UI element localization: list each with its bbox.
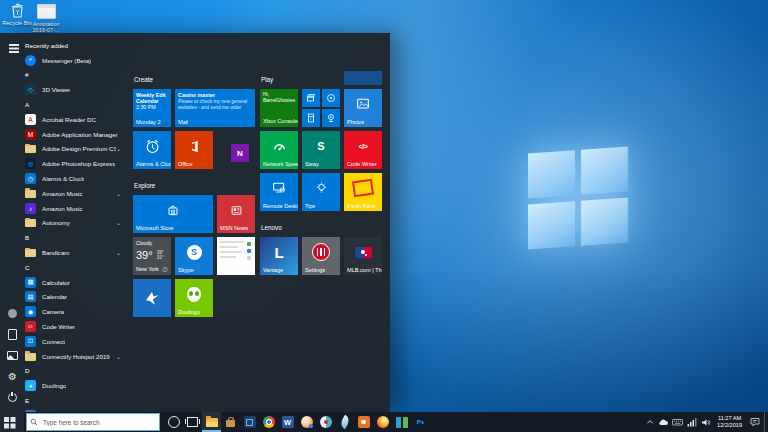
tile-webcam-small[interactable] xyxy=(322,109,340,127)
app-list-item[interactable]: ⊡Connect xyxy=(23,334,128,349)
app-list-section-header[interactable]: D xyxy=(23,364,128,379)
app-list-item[interactable]: AAcrobat Reader DC xyxy=(23,112,128,127)
app-list-section-header[interactable]: A xyxy=(23,97,128,112)
tile-calculator-small[interactable] xyxy=(302,109,320,127)
tile-office[interactable]: Office xyxy=(175,131,213,169)
tile-mail[interactable]: Casino master Please or check my new gen… xyxy=(175,89,255,127)
tile-photos-live[interactable] xyxy=(217,237,255,275)
app-list-item[interactable]: MAdobe Application Manager xyxy=(23,127,128,142)
app-list-item[interactable]: Adobe Design Premium CS5.5⌄ xyxy=(23,142,128,157)
weather-temp: 39° xyxy=(136,249,153,261)
app-list-section-header[interactable]: C xyxy=(23,260,128,275)
desktop-icon-recycle-bin[interactable]: Recycle Bin xyxy=(2,3,32,26)
tile-bird-app[interactable] xyxy=(133,279,171,317)
firefox-icon[interactable] xyxy=(373,412,392,432)
tile-microsoft-store[interactable]: Microsoft Store xyxy=(133,195,213,233)
volume-icon[interactable] xyxy=(699,412,712,432)
tile-code-writer[interactable]: </> Code Writer xyxy=(344,131,382,169)
tile-remote-desktop[interactable]: Remote Deskt... xyxy=(260,173,298,211)
tile-xbox-console[interactable]: Hi, BarrelGhostee Xbox Console... xyxy=(260,89,298,127)
tile-disc-small[interactable] xyxy=(322,89,340,107)
app-list-item[interactable]: ◷Alarms & Clock xyxy=(23,171,128,186)
feather-app-icon[interactable] xyxy=(335,412,354,432)
paint3d-icon[interactable] xyxy=(297,412,316,432)
desktop-icon-annotation[interactable]: Annotation 2019-07-... xyxy=(31,4,61,34)
settings-gear-icon[interactable]: ⚙ xyxy=(6,370,19,383)
app-list-section-header[interactable]: # xyxy=(23,68,128,83)
tile-weather[interactable]: Cloudy 39° 39°31° New York ⓘ xyxy=(133,237,171,275)
tile-skype[interactable]: S Skype xyxy=(175,237,213,275)
app-list-item[interactable]: ◕Duolingo xyxy=(23,378,128,393)
tile-tips[interactable]: Tips xyxy=(302,173,340,211)
app-list-item[interactable]: ◇3D Viewer xyxy=(23,82,128,97)
chevron-expand-icon[interactable]: ⌄ xyxy=(116,219,128,226)
word-icon[interactable]: W xyxy=(278,412,297,432)
app-list-item[interactable]: ◉Camera xyxy=(23,304,128,319)
app-list-item[interactable]: ▦Calculator xyxy=(23,275,128,290)
show-hidden-icons-chevron[interactable] xyxy=(643,412,656,432)
teal-app-icon[interactable] xyxy=(392,412,411,432)
app-list-item[interactable]: ‹›Code Writer xyxy=(23,319,128,334)
search-input[interactable] xyxy=(41,418,156,427)
tile-network-speed[interactable]: Network Spee... xyxy=(260,131,298,169)
chevron-expand-icon[interactable]: ⌄ xyxy=(116,249,128,256)
hamburger-menu-icon[interactable] xyxy=(7,42,20,55)
tile-alarms-clock[interactable]: Alarms & Clock xyxy=(133,131,171,169)
power-icon[interactable] xyxy=(6,391,19,404)
tile-fresh-paint[interactable]: Fresh Paint xyxy=(344,173,382,211)
app-list-item[interactable]: ▤Calendar xyxy=(23,290,128,305)
search-icon xyxy=(30,418,38,426)
app-list-section-header[interactable]: B xyxy=(23,230,128,245)
tile-movies-tv-small[interactable] xyxy=(302,89,320,107)
chevron-expand-icon[interactable]: ⌄ xyxy=(116,145,128,152)
app-list-item[interactable]: ⚡Messenger (Beta) xyxy=(23,53,128,68)
app-list-item[interactable]: ♪Amazon Music xyxy=(23,201,128,216)
app-list-item-label: Bandicam xyxy=(42,249,70,256)
show-desktop-button[interactable] xyxy=(764,412,768,432)
tile-label: Mail xyxy=(178,119,188,125)
alarms-clock-icon: ◷ xyxy=(25,173,36,184)
tile-lenovo-settings[interactable]: Settings xyxy=(302,237,340,275)
app-list-item[interactable]: Autonomy⌄ xyxy=(23,216,128,231)
taskbar-clock[interactable]: 11:27 AM 12/2/2019 xyxy=(713,415,746,428)
adobe-application-manager-icon: M xyxy=(25,129,36,140)
chevron-expand-icon[interactable]: ⌄ xyxy=(116,190,128,197)
documents-icon[interactable] xyxy=(6,328,19,341)
app-list-section-header[interactable]: Recently added xyxy=(23,38,128,53)
photoshop-icon[interactable]: Ps xyxy=(411,412,430,432)
app-list-item[interactable]: Amazon Music⌄ xyxy=(23,186,128,201)
app-list-section-header[interactable]: E xyxy=(23,393,128,408)
cortana-icon[interactable] xyxy=(164,412,183,432)
tile-sway[interactable]: S Sway xyxy=(302,131,340,169)
tile-mlb[interactable]: MLB.com | Th... xyxy=(344,237,382,275)
chrome-icon[interactable] xyxy=(259,412,278,432)
action-center-icon[interactable] xyxy=(747,412,763,432)
folder-icon xyxy=(25,247,36,258)
onedrive-cloud-icon[interactable] xyxy=(657,412,670,432)
store-icon[interactable] xyxy=(221,412,240,432)
keyboard-icon[interactable] xyxy=(671,412,684,432)
orange-app-icon[interactable] xyxy=(354,412,373,432)
app-list-item[interactable]: ◎Adobe Photoshop Express xyxy=(23,156,128,171)
task-view-icon[interactable] xyxy=(183,412,202,432)
start-button[interactable] xyxy=(0,412,24,432)
app-list-item[interactable]: Bandicam⌄ xyxy=(23,245,128,260)
app-list-item[interactable]: Connectify Hotspot 2019⌄ xyxy=(23,349,128,364)
pictures-icon[interactable] xyxy=(6,349,19,362)
group-header-explore: Explore xyxy=(134,179,257,191)
start-rail: ⚙ xyxy=(0,33,24,412)
file-explorer-icon[interactable] xyxy=(202,412,221,432)
app-list-item-label: Messenger (Beta) xyxy=(42,57,91,64)
tile-calendar[interactable]: Weekly Edit Calendar 2:30 PM Monday 2 xyxy=(133,89,171,127)
taskbar-search-box[interactable] xyxy=(26,413,160,431)
tile-msn-news[interactable]: MSN News xyxy=(217,195,255,233)
tile-vantage[interactable]: L Vantage xyxy=(260,237,298,275)
tile-duolingo[interactable]: Duolingo xyxy=(175,279,213,317)
blue-app-icon[interactable] xyxy=(240,412,259,432)
chevron-expand-icon[interactable]: ⌄ xyxy=(116,353,128,360)
tile-onenote-small[interactable]: N xyxy=(231,144,249,162)
tile-photos[interactable]: Photos xyxy=(344,89,382,127)
network-icon[interactable] xyxy=(685,412,698,432)
round-media-app-icon[interactable] xyxy=(316,412,335,432)
user-avatar-icon[interactable] xyxy=(6,307,19,320)
